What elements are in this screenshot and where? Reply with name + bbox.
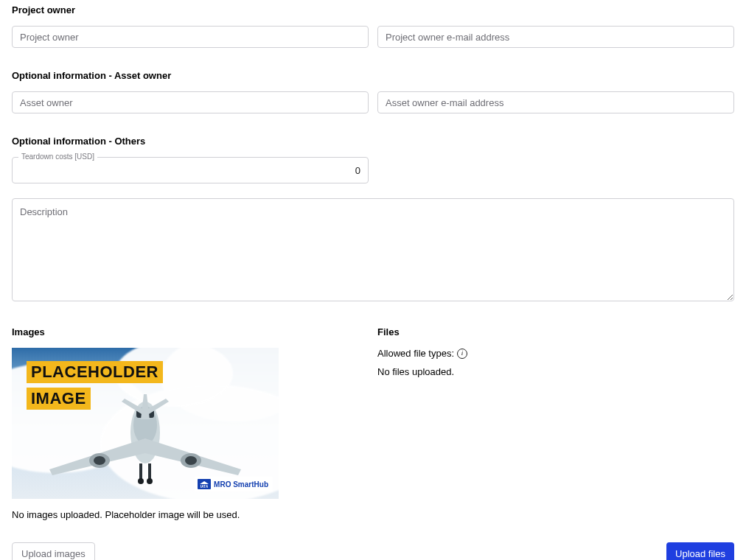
- project-owner-input[interactable]: [12, 26, 369, 48]
- button-row: Upload images Upload files: [12, 542, 734, 560]
- svg-point-5: [94, 456, 105, 465]
- no-files-text: No files uploaded.: [377, 366, 734, 377]
- upload-files-button[interactable]: Upload files: [666, 542, 734, 560]
- info-icon[interactable]: i: [457, 349, 467, 359]
- asset-owner-row: [12, 91, 734, 113]
- images-caption: No images uploaded. Placeholder image wi…: [12, 509, 369, 520]
- files-heading: Files: [377, 326, 734, 337]
- svg-point-9: [138, 478, 144, 484]
- allowed-file-types-line: Allowed file types: i: [377, 348, 734, 359]
- svg-rect-7: [139, 463, 142, 480]
- files-column: Files Allowed file types: i No files upl…: [377, 326, 734, 520]
- iata-logo-icon: [198, 479, 211, 489]
- description-textarea[interactable]: [12, 198, 734, 301]
- brand-text: MRO SmartHub: [214, 480, 268, 489]
- placeholder-label-1: PLACEHOLDER: [27, 361, 163, 383]
- svg-point-10: [147, 478, 153, 484]
- placeholder-labels: PLACEHOLDER IMAGE: [27, 361, 163, 414]
- teardown-input[interactable]: [20, 165, 360, 176]
- section-heading-others: Optional information - Others: [12, 136, 734, 147]
- project-owner-row: [12, 26, 734, 48]
- images-heading: Images: [12, 326, 369, 337]
- brand-badge: MRO SmartHub: [195, 477, 273, 491]
- section-heading-asset-owner: Optional information - Asset owner: [12, 70, 734, 81]
- svg-point-6: [185, 456, 197, 465]
- asset-owner-email-input[interactable]: [377, 91, 734, 113]
- teardown-field[interactable]: Teardown costs [USD]: [12, 157, 369, 183]
- placeholder-image: PLACEHOLDER IMAGE MRO SmartHub: [12, 348, 279, 499]
- svg-rect-8: [148, 463, 151, 480]
- images-files-row: Images: [12, 326, 734, 520]
- upload-images-button[interactable]: Upload images: [12, 542, 95, 560]
- section-heading-project-owner: Project owner: [12, 4, 734, 15]
- asset-owner-input[interactable]: [12, 91, 369, 113]
- project-owner-email-input[interactable]: [377, 26, 734, 48]
- teardown-label: Teardown costs [USD]: [18, 153, 97, 161]
- images-column: Images: [12, 326, 369, 520]
- placeholder-label-2: IMAGE: [27, 388, 91, 410]
- allowed-file-types-label: Allowed file types:: [377, 348, 454, 359]
